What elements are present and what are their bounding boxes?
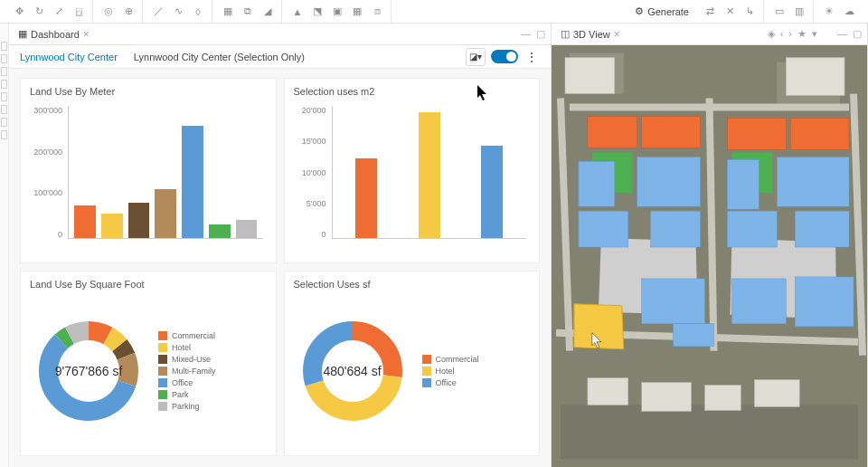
slope-icon[interactable]: ◢: [259, 4, 276, 20]
curve-icon[interactable]: ∿: [170, 4, 186, 20]
dashboard-icon: ▦: [18, 28, 27, 40]
line-icon[interactable]: ／: [150, 4, 166, 20]
facade-icon[interactable]: ▥: [791, 4, 807, 20]
legend-sel: CommercialHotelOffice: [422, 355, 479, 387]
bar-hotel[interactable]: [101, 214, 123, 238]
bar-commercial[interactable]: [355, 158, 377, 238]
svg-rect-32: [731, 279, 786, 324]
card-land-use-sf: Land Use By Square Foot 9'767'866 sf Com…: [20, 271, 277, 456]
nav-star-icon[interactable]: ★: [797, 28, 807, 40]
dashboard-panel: ▦ Dashboard × — ▢ Lynnwood City Center L…: [9, 24, 552, 467]
nav-prev-icon[interactable]: ‹: [780, 28, 784, 40]
svg-rect-34: [674, 324, 714, 347]
bar-hotel[interactable]: [419, 112, 440, 238]
svg-rect-29: [727, 211, 777, 247]
dashboard-tab-label: Dashboard: [31, 29, 80, 40]
close-icon[interactable]: ×: [614, 28, 620, 41]
card-selection-m2: Selection uses m2 05'00010'00015'00020'0…: [284, 78, 541, 263]
legend-item-multi: Multi-Family: [158, 367, 216, 376]
bar-chart-land-use-meter: 0100'000200'000300'000: [30, 100, 267, 255]
close-icon[interactable]: ×: [83, 28, 90, 41]
extrude2-icon[interactable]: ⬔: [309, 4, 326, 20]
extrude1-icon[interactable]: ▲: [289, 4, 306, 20]
ruler-icon[interactable]: ▭: [771, 4, 788, 20]
sync-toggle[interactable]: [491, 50, 518, 63]
svg-rect-38: [705, 386, 741, 411]
svg-rect-40: [565, 58, 615, 94]
bar-park[interactable]: [209, 224, 231, 238]
donut-center-label: 9'767'866 sf: [30, 312, 147, 430]
svg-rect-30: [795, 211, 849, 247]
link-icon[interactable]: ⇄: [702, 4, 718, 20]
minimize-icon[interactable]: —: [521, 28, 531, 40]
subtab-lynnwood[interactable]: Lynnwood City Center: [20, 52, 118, 62]
maximize-icon[interactable]: ▢: [853, 28, 862, 40]
chart-mode-button[interactable]: ◪▾: [466, 48, 486, 66]
3d-viewport[interactable]: [552, 45, 867, 467]
shuffle-icon[interactable]: ✕: [722, 4, 738, 20]
cube-icon: ◫: [561, 28, 570, 40]
svg-rect-37: [642, 383, 692, 412]
measure-icon[interactable]: ▦: [220, 4, 236, 20]
minimize-icon[interactable]: —: [837, 28, 847, 40]
cloud-icon[interactable]: ☁: [841, 4, 857, 20]
legend-item-office: Office: [422, 378, 479, 387]
sun-icon[interactable]: ☀: [821, 4, 837, 20]
svg-rect-31: [642, 279, 705, 324]
card-title: Land Use By Meter: [30, 86, 267, 97]
legend-item-parking: Parking: [158, 402, 216, 411]
globe-icon[interactable]: ⊕: [120, 4, 137, 20]
svg-rect-21: [727, 118, 786, 149]
area-icon[interactable]: ⧉: [240, 4, 256, 20]
gear-icon: ⚙: [635, 5, 644, 17]
card-title: Land Use By Square Foot: [30, 279, 267, 290]
bar-commercial[interactable]: [74, 205, 96, 239]
bar-chart-selection-m2: 05'00010'00015'00020'000: [294, 100, 531, 255]
svg-rect-33: [795, 277, 854, 327]
card-title: Selection Uses sf: [294, 279, 531, 290]
bar-office[interactable]: [182, 126, 203, 238]
left-tool-strip: [0, 24, 9, 467]
move-icon[interactable]: ✥: [11, 4, 27, 20]
svg-rect-27: [579, 211, 628, 247]
svg-rect-25: [727, 159, 759, 209]
scale-icon[interactable]: ⤢: [51, 4, 67, 20]
camera-icon[interactable]: ⌼: [71, 4, 87, 20]
legend-item-hotel: Hotel: [158, 343, 216, 352]
stack-icon[interactable]: ▦: [349, 4, 365, 20]
bar-mixed[interactable]: [128, 203, 150, 238]
legend-item-commercial: Commercial: [422, 355, 479, 364]
card-selection-sf: Selection Uses sf 480'684 sf CommercialH…: [284, 271, 541, 456]
global-toolbar: ✥ ↻ ⤢ ⌼ ◎ ⊕ ／ ∿ ◊ ▦ ⧉ ◢ ▲ ⬔ ▣ ▦ ⧈ ⚙ G: [0, 0, 868, 24]
donut-center-label: 480'684 sf: [294, 312, 411, 430]
branch-icon[interactable]: ↳: [741, 4, 758, 20]
rotate-icon[interactable]: ↻: [31, 4, 47, 20]
target-icon[interactable]: ◎: [100, 4, 117, 20]
bar-parking[interactable]: [236, 220, 258, 238]
nav-bookmark-icon[interactable]: ◈: [768, 28, 775, 40]
svg-rect-39: [754, 380, 799, 407]
svg-marker-35: [574, 304, 624, 349]
svg-rect-24: [637, 157, 701, 206]
svg-rect-23: [579, 161, 615, 206]
poly-icon[interactable]: ◊: [190, 4, 206, 20]
nav-dd-icon[interactable]: ▾: [812, 28, 817, 40]
bar-multi[interactable]: [155, 189, 176, 238]
card-land-use-meter: Land Use By Meter 0100'000200'000300'000: [20, 78, 277, 263]
subtab-lynnwood-sel[interactable]: Lynnwood City Center (Selection Only): [134, 52, 305, 62]
boxes-icon[interactable]: ▣: [329, 4, 345, 20]
bar-office[interactable]: [481, 146, 503, 238]
maximize-icon[interactable]: ▢: [536, 28, 545, 40]
nav-next-icon[interactable]: ›: [788, 28, 792, 40]
svg-rect-19: [588, 116, 637, 148]
svg-rect-20: [642, 116, 701, 148]
legend-item-mixed: Mixed-Use: [158, 355, 216, 364]
legend-item-park: Park: [158, 390, 216, 399]
generate-label: Generate: [647, 6, 689, 17]
donut-land-use-sf: 9'767'866 sf: [30, 312, 147, 430]
more-icon[interactable]: ⋮: [524, 50, 540, 64]
svg-rect-41: [786, 58, 844, 96]
group-icon[interactable]: ⧈: [369, 4, 385, 20]
card-title: Selection uses m2: [294, 86, 531, 97]
generate-button[interactable]: ⚙ Generate: [629, 5, 694, 17]
